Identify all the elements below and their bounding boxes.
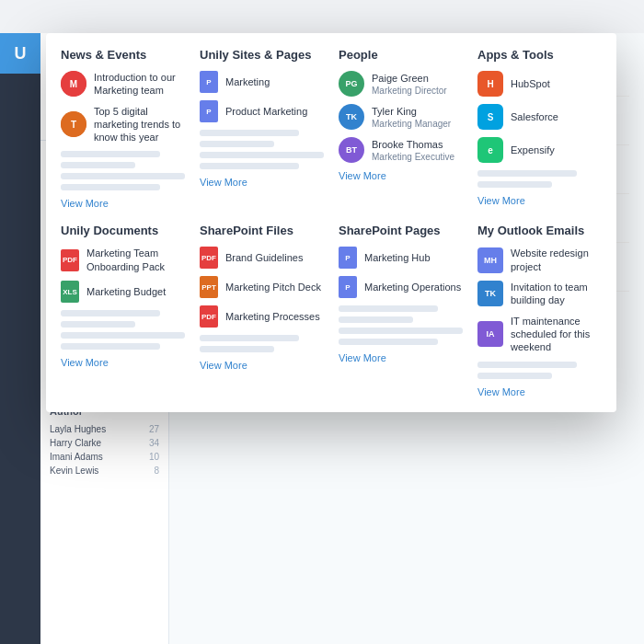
person-item-2[interactable]: TK Tyler King Marketing Manager — [339, 104, 463, 130]
person-info-3: Brooke Thomas Marketing Executive — [372, 138, 454, 161]
app-icon-hubspot: H — [477, 71, 503, 97]
author-item[interactable]: Imani Adams 10 — [50, 450, 159, 464]
view-more-unily-docs[interactable]: View More — [61, 357, 185, 368]
spfile-item-2[interactable]: PPT Marketing Pitch Deck — [200, 276, 324, 298]
news-item-2[interactable]: T Top 5 digital marketing trends to know… — [61, 105, 185, 144]
author-name: Harry Clarke — [50, 438, 101, 448]
view-more-sites[interactable]: View More — [200, 177, 324, 188]
person-name-1: Paige Green — [372, 72, 447, 85]
spfile-text-3: Marketing Processes — [225, 310, 320, 323]
author-count: 10 — [149, 452, 159, 462]
view-more-apps[interactable]: View More — [477, 195, 602, 206]
person-name-3: Brooke Thomas — [372, 138, 454, 151]
person-item-3[interactable]: BT Brooke Thomas Marketing Executive — [339, 137, 463, 163]
email-avatar-1: MH — [477, 247, 503, 273]
email-item-1[interactable]: MH Website redesign project — [477, 247, 602, 273]
site-text-1: Marketing — [225, 75, 270, 88]
view-more-sp-pages[interactable]: View More — [339, 352, 463, 363]
author-item[interactable]: Layla Hughes 27 — [50, 422, 159, 436]
doc-text-1: Marketing Team Onboarding Pack — [86, 247, 185, 273]
view-more-outlook[interactable]: View More — [477, 386, 602, 397]
news-text-1: Introduction to our Marketing team — [94, 71, 185, 98]
email-text-3: IT maintenance scheduled for this weeken… — [511, 315, 602, 354]
email-avatar-2: TK — [477, 281, 503, 306]
person-name-2: Tyler King — [372, 105, 451, 118]
author-count: 8 — [154, 466, 159, 476]
view-more-people[interactable]: View More — [339, 170, 463, 181]
section-sharepoint-pages: SharePoint Pages P Marketing Hub P Marke… — [339, 224, 463, 397]
site-text-2: Product Marketing — [225, 105, 307, 118]
author-name: Kevin Lewis — [50, 466, 98, 476]
email-item-3[interactable]: IA IT maintenance scheduled for this wee… — [477, 315, 602, 354]
author-count: 27 — [149, 424, 159, 434]
section-title-apps: Apps & Tools — [477, 48, 602, 62]
email-item-2[interactable]: TK Invitation to team building day — [477, 281, 602, 307]
sppage-item-2[interactable]: P Marketing Operations — [339, 276, 463, 298]
app-name-3: Expensify — [511, 144, 555, 156]
sppage-item-1[interactable]: P Marketing Hub — [339, 247, 463, 269]
overlay-grid: News & Events M Introduction to our Mark… — [61, 48, 602, 397]
site-item-1[interactable]: P Marketing — [200, 71, 324, 93]
section-title-people: People — [339, 48, 463, 62]
section-outlook: My Outlook Emails MH Website redesign pr… — [477, 224, 602, 397]
author-name: Imani Adams — [50, 452, 103, 462]
person-info-1: Paige Green Marketing Director — [372, 72, 447, 95]
view-more-news[interactable]: View More — [61, 198, 185, 209]
app-name-1: HubSpot — [511, 77, 550, 90]
section-title-news: News & Events — [61, 48, 185, 62]
person-role-1: Marketing Director — [372, 86, 447, 96]
author-list: Layla Hughes 27 Harry Clarke 34 Imani Ad… — [50, 422, 159, 477]
sidebar: U — [0, 33, 40, 644]
person-item-1[interactable]: PG Paige Green Marketing Director — [339, 71, 463, 97]
section-unily-docs: Unily Documents PDF Marketing Team Onboa… — [61, 224, 185, 397]
view-more-sp-files[interactable]: View More — [200, 360, 324, 371]
sppage-text-2: Marketing Operations — [364, 281, 461, 293]
sidebar-logo: U — [0, 33, 40, 74]
svg-text:T: T — [71, 120, 76, 130]
author-item[interactable]: Kevin Lewis 8 — [50, 464, 159, 477]
spfile-text-2: Marketing Pitch Deck — [225, 281, 321, 293]
author-item[interactable]: Harry Clarke 34 — [50, 436, 159, 450]
app-item-2[interactable]: S Salesforce — [477, 104, 602, 130]
news-icon-1: M — [61, 71, 86, 97]
person-role-2: Marketing Manager — [372, 119, 451, 129]
doc-item-1[interactable]: PDF Marketing Team Onboarding Pack — [61, 247, 185, 273]
doc-item-2[interactable]: XLS Marketing Budget — [61, 281, 185, 303]
spfile-item-1[interactable]: PDF Brand Guidelines — [200, 247, 324, 269]
author-name: Layla Hughes — [50, 424, 106, 434]
section-apps: Apps & Tools H HubSpot S Salesforce e Ex… — [477, 48, 602, 209]
section-title-sp-files: SharePoint Files — [200, 224, 324, 237]
section-title-outlook: My Outlook Emails — [477, 224, 602, 237]
news-text-2: Top 5 digital marketing trends to know t… — [94, 105, 185, 144]
section-title-unily-docs: Unily Documents — [61, 224, 185, 237]
spfile-item-3[interactable]: PDF Marketing Processes — [200, 305, 324, 328]
site-icon-1: P — [200, 71, 218, 93]
person-info-2: Tyler King Marketing Manager — [372, 105, 451, 128]
spfile-icon-3: PDF — [200, 305, 218, 328]
app-item-3[interactable]: e Expensify — [477, 137, 602, 163]
email-text-2: Invitation to team building day — [511, 281, 602, 307]
app-item-1[interactable]: H HubSpot — [477, 71, 602, 97]
app-icon-expensify: e — [477, 137, 503, 163]
section-unily-sites: Unily Sites & Pages P Marketing P Produc… — [200, 48, 324, 209]
spfile-icon-2: PPT — [200, 276, 218, 298]
email-text-1: Website redesign project — [511, 247, 602, 273]
spfile-text-1: Brand Guidelines — [225, 251, 303, 264]
search-overlay: News & Events M Introduction to our Mark… — [46, 33, 616, 412]
author-count: 34 — [149, 438, 159, 448]
svg-text:M: M — [70, 79, 77, 89]
doc-icon-1: PDF — [61, 249, 79, 271]
site-icon-2: P — [200, 100, 218, 122]
news-icon-2: T — [61, 111, 86, 137]
person-avatar-1: PG — [339, 71, 364, 97]
doc-text-2: Marketing Budget — [86, 285, 166, 298]
app-icon-salesforce: S — [477, 104, 503, 130]
news-item-1[interactable]: M Introduction to our Marketing team — [61, 71, 185, 98]
person-role-3: Marketing Executive — [372, 152, 454, 162]
email-avatar-3: IA — [477, 321, 503, 347]
sppage-icon-2: P — [339, 276, 357, 298]
site-item-2[interactable]: P Product Marketing — [200, 100, 324, 122]
sppage-icon-1: P — [339, 247, 357, 269]
section-title-sites: Unily Sites & Pages — [200, 48, 324, 62]
section-people: People PG Paige Green Marketing Director… — [339, 48, 463, 209]
